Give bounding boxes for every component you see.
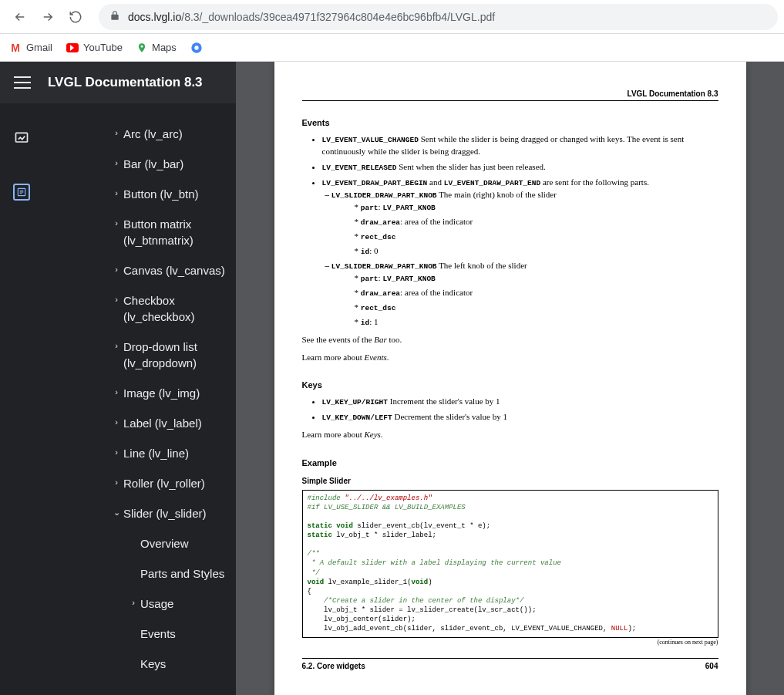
bookmark-label: Maps — [152, 42, 177, 53]
sidebar-rail — [0, 103, 43, 695]
chevron-right-icon: › — [109, 447, 123, 457]
forward-button[interactable] — [34, 3, 62, 31]
pdf-page: LVGL Documentation 8.3 Events LV_EVENT_V… — [274, 62, 746, 695]
arrow-left-icon — [13, 10, 27, 24]
sidebar-header: LVGL Documentation 8.3 — [0, 62, 236, 103]
youtube-icon — [66, 42, 79, 54]
arrow-right-icon — [41, 10, 55, 24]
section-example: Example — [302, 458, 718, 467]
list-item: LV_EVENT_DRAW_PART_BEGIN and LV_EVENT_DR… — [322, 177, 718, 329]
outline-item[interactable]: Parts and Styles — [43, 558, 236, 589]
pdf-sidebar: LVGL Documentation 8.3 ›Arc (lv_arc)›Bar… — [0, 62, 236, 695]
chevron-right-icon: › — [109, 341, 123, 350]
outline-item[interactable]: Keys — [43, 649, 236, 679]
reload-icon — [69, 10, 82, 24]
footer-section: 6.2. Core widgets — [302, 662, 365, 670]
outline-item[interactable]: ›Line (lv_line) — [43, 438, 236, 468]
svg-point-2 — [194, 46, 198, 49]
outline-item[interactable]: ›Checkbox (lv_checkbox) — [43, 285, 236, 332]
lock-icon — [109, 10, 120, 23]
outline-label: Image (lv_img) — [123, 385, 200, 401]
outline-label: Usage — [140, 595, 173, 612]
outline-label: Button (lv_btn) — [123, 186, 199, 202]
outline-label: Checkbox (lv_checkbox) — [123, 292, 227, 325]
footer-page-number: 604 — [705, 662, 718, 670]
body-text: See the events of the Bar too. — [302, 333, 718, 346]
outline-item[interactable]: ›Arc (lv_arc) — [43, 119, 236, 149]
outline-item[interactable]: Events — [43, 619, 236, 649]
chevron-right-icon: › — [126, 598, 140, 607]
outline-item[interactable]: ›Image (lv_img) — [43, 378, 236, 408]
outline-item[interactable]: ›Bar (lv_bar) — [43, 149, 236, 179]
url-path: /8.3/_downloads/39cea4971f327964c804e4e6… — [181, 11, 495, 23]
bookmarks-bar: M Gmail YouTube Maps — [0, 34, 784, 62]
chevron-right-icon: › — [109, 417, 123, 427]
chevron-right-icon: › — [109, 128, 123, 137]
bookmark-more-icon[interactable] — [190, 42, 203, 54]
address-bar[interactable]: docs.lvgl.io/8.3/_downloads/39cea4971f32… — [99, 4, 778, 30]
page-header: LVGL Documentation 8.3 — [302, 89, 718, 101]
keys-list: LV_KEY_UP/RIGHT Increment the slider's v… — [302, 396, 718, 423]
list-item: LV_EVENT_VALUE_CHANGED Sent while the sl… — [322, 133, 718, 158]
bookmark-gmail[interactable]: M Gmail — [9, 42, 52, 54]
outline-icon[interactable] — [13, 184, 30, 201]
outline-label: Canvas (lv_canvas) — [123, 262, 225, 278]
list-item: LV_SLIDER_DRAW_PART_KNOB The main (right… — [336, 189, 718, 258]
back-button[interactable] — [6, 3, 34, 31]
section-events: Events — [302, 118, 718, 127]
outline-label: Arc (lv_arc) — [123, 126, 183, 142]
outline-label: Bar (lv_bar) — [123, 156, 183, 172]
list-item: LV_EVENT_RELEASED Sent when the slider h… — [322, 161, 718, 174]
list-item: LV_SLIDER_DRAW_PART_KNOB The left knob o… — [336, 260, 718, 329]
outline-item[interactable]: ⌄Slider (lv_slider) — [43, 498, 236, 528]
chevron-right-icon: › — [109, 265, 123, 274]
gmail-icon: M — [9, 42, 22, 54]
chevron-right-icon: › — [109, 218, 123, 228]
outline-label: Drop-down list (lv_dropdown) — [123, 339, 227, 371]
outline-tree[interactable]: ›Arc (lv_arc)›Bar (lv_bar)›Button (lv_bt… — [43, 103, 236, 695]
chevron-right-icon: › — [109, 158, 123, 167]
reload-button[interactable] — [62, 3, 89, 31]
outline-label: Parts and Styles — [140, 565, 224, 582]
outline-label: Events — [140, 626, 176, 642]
outline-label: Roller (lv_roller) — [123, 475, 205, 491]
bookmark-youtube[interactable]: YouTube — [66, 42, 123, 54]
outline-label: Overview — [140, 535, 189, 552]
outline-item[interactable]: ›Canvas (lv_canvas) — [43, 255, 236, 285]
section-keys: Keys — [302, 380, 718, 390]
chevron-right-icon: › — [109, 387, 123, 396]
svg-point-0 — [141, 45, 143, 47]
thumbnails-icon[interactable] — [13, 130, 30, 147]
outline-label: Button matrix (lv_btnmatrix) — [123, 216, 227, 248]
svg-rect-3 — [16, 133, 28, 142]
url-host: docs.lvgl.io — [128, 11, 181, 23]
body-text: Learn more about Keys. — [302, 428, 718, 441]
list-item: LV_KEY_DOWN/LEFT Decrement the slider's … — [322, 411, 718, 423]
pdf-viewport[interactable]: LVGL Documentation 8.3 Events LV_EVENT_V… — [236, 62, 784, 695]
browser-toolbar: docs.lvgl.io/8.3/_downloads/39cea4971f32… — [0, 0, 784, 34]
outline-item[interactable]: ›Button (lv_btn) — [43, 179, 236, 209]
outline-item[interactable]: Overview — [43, 528, 236, 558]
maps-icon — [136, 42, 147, 53]
outline-item[interactable]: ›Label (lv_label) — [43, 408, 236, 438]
bookmark-label: Gmail — [26, 42, 52, 53]
chevron-right-icon: › — [109, 477, 123, 487]
menu-button[interactable] — [14, 76, 31, 89]
chevron-right-icon: › — [109, 188, 123, 197]
example-title: Simple Slider — [302, 477, 718, 485]
bookmark-label: YouTube — [83, 42, 123, 53]
bookmark-maps[interactable]: Maps — [136, 42, 177, 53]
chevron-down-icon: ⌄ — [109, 508, 123, 518]
continues-note: (continues on next page) — [302, 639, 718, 646]
body-text: Learn more about Events. — [302, 351, 718, 364]
outline-item[interactable]: ›Button matrix (lv_btnmatrix) — [43, 209, 236, 255]
chevron-right-icon: › — [109, 295, 123, 304]
page-footer: 6.2. Core widgets 604 — [302, 658, 718, 670]
code-block: #include "../../lv_examples.h" #if LV_US… — [302, 490, 718, 638]
outline-item[interactable]: ›Usage — [43, 589, 236, 619]
outline-item[interactable]: ›Roller (lv_roller) — [43, 468, 236, 498]
events-list: LV_EVENT_VALUE_CHANGED Sent while the sl… — [302, 133, 718, 329]
outline-item[interactable]: ›Drop-down list (lv_dropdown) — [43, 332, 236, 378]
outline-label: Slider (lv_slider) — [123, 505, 207, 521]
sidebar-title: LVGL Documentation 8.3 — [48, 75, 203, 90]
